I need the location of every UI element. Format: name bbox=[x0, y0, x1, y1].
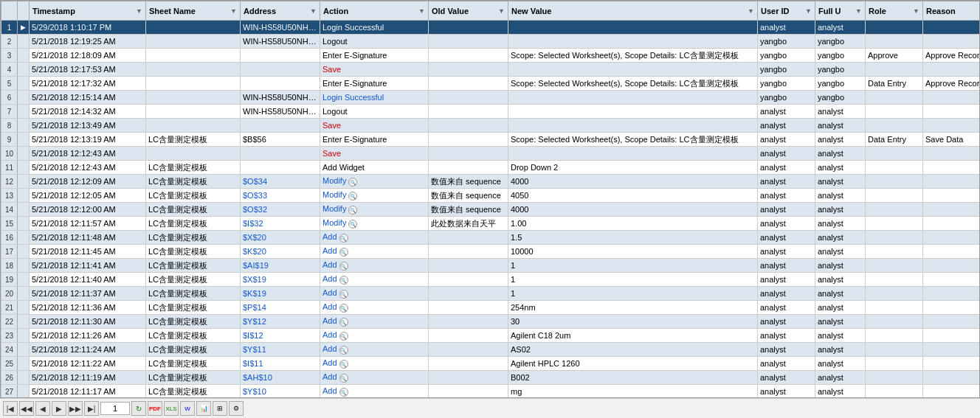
magnifier-icon[interactable]: 🔍 bbox=[339, 346, 348, 355]
col-action[interactable]: Action ▼ bbox=[320, 1, 429, 21]
magnifier-icon[interactable]: 🔍 bbox=[348, 206, 357, 215]
user-id-filter-icon[interactable]: ▼ bbox=[805, 7, 812, 15]
magnifier-icon[interactable]: 🔍 bbox=[339, 388, 348, 397]
chart-button[interactable]: 📊 bbox=[196, 401, 211, 416]
refresh-button[interactable]: ↻ bbox=[131, 401, 146, 416]
table-row[interactable]: 265/21/2018 12:11:19 AMLC含量测定模板$AH$10Add… bbox=[1, 371, 981, 385]
first-page-button[interactable]: |◀ bbox=[3, 401, 18, 416]
magnifier-icon[interactable]: 🔍 bbox=[339, 374, 348, 383]
magnifier-icon[interactable]: 🔍 bbox=[339, 234, 348, 243]
row-arrow bbox=[18, 133, 30, 147]
table-row[interactable]: 165/21/2018 12:11:48 AMLC含量测定模板$X$20Add🔍… bbox=[1, 231, 981, 245]
word-export-button[interactable]: W bbox=[180, 401, 195, 416]
magnifier-icon[interactable]: 🔍 bbox=[339, 290, 348, 299]
next-step-button[interactable]: ▶▶ bbox=[68, 401, 83, 416]
magnifier-icon[interactable]: 🔍 bbox=[348, 192, 357, 201]
table-row[interactable]: 175/21/2018 12:11:45 AMLC含量测定模板$K$20Add🔍… bbox=[1, 245, 981, 259]
address-filter-icon[interactable]: ▼ bbox=[310, 7, 317, 15]
cell-user-id: analyst bbox=[758, 371, 815, 385]
cell-full-u: analyst bbox=[815, 217, 866, 231]
next-button[interactable]: ▶ bbox=[52, 401, 66, 416]
table-row[interactable]: 35/21/2018 12:18:09 AMEnter E-SignatureS… bbox=[1, 49, 981, 63]
row-arrow bbox=[18, 147, 30, 161]
table-row[interactable]: 215/21/2018 12:11:36 AMLC含量测定模板$P$14Add🔍… bbox=[1, 301, 981, 315]
full-u-filter-icon[interactable]: ▼ bbox=[855, 7, 862, 15]
col-role[interactable]: Role ▼ bbox=[866, 1, 923, 21]
header-row: Timestamp ▼ Sheet Name ▼ Address ▼ bbox=[1, 1, 981, 21]
prev-button[interactable]: ◀ bbox=[35, 401, 50, 416]
table-row[interactable]: 145/21/2018 12:12:00 AMLC含量测定模板$O$32Modi… bbox=[1, 203, 981, 217]
table-row[interactable]: 135/21/2018 12:12:05 AMLC含量测定模板$O$33Modi… bbox=[1, 189, 981, 203]
table-row[interactable]: 255/21/2018 12:11:22 AMLC含量测定模板$I$11Add🔍… bbox=[1, 357, 981, 371]
new-value-filter-icon[interactable]: ▼ bbox=[748, 7, 754, 15]
table-row[interactable]: 225/21/2018 12:11:30 AMLC含量测定模板$Y$12Add🔍… bbox=[1, 315, 981, 329]
table-row[interactable]: 65/21/2018 12:15:14 AMWIN-HS58U50NHMTLog… bbox=[1, 91, 981, 105]
prev-step-button[interactable]: ◀◀ bbox=[19, 401, 34, 416]
cell-timestamp: 5/21/2018 12:11:19 AM bbox=[30, 371, 146, 385]
magnifier-icon[interactable]: 🔍 bbox=[339, 248, 348, 257]
col-full-u[interactable]: Full U ▼ bbox=[815, 1, 866, 21]
table-row[interactable]: 115/21/2018 12:12:43 AMLC含量测定模板Add Widge… bbox=[1, 161, 981, 175]
row-arrow bbox=[18, 49, 30, 63]
magnifier-icon[interactable]: 🔍 bbox=[339, 262, 348, 271]
row-number: 23 bbox=[1, 329, 18, 343]
row-number: 16 bbox=[1, 231, 18, 245]
table-row[interactable]: 245/21/2018 12:11:24 AMLC含量测定模板$Y$11Add🔍… bbox=[1, 343, 981, 357]
cell-old-value: 此处数据来自天平 bbox=[429, 217, 508, 231]
row-number: 21 bbox=[1, 301, 18, 315]
table-row[interactable]: 185/21/2018 12:11:41 AMLC含量测定模板$AI$19Add… bbox=[1, 259, 981, 273]
table-row[interactable]: 1▶5/29/2018 1:10:17 PMWIN-HS58U50NHMTLog… bbox=[1, 21, 981, 35]
col-new-value[interactable]: New Value ▼ bbox=[508, 1, 758, 21]
magnifier-icon[interactable]: 🔍 bbox=[339, 276, 348, 285]
excel-export-button[interactable]: XLS bbox=[164, 401, 179, 416]
col-reason[interactable]: Reason ▼ bbox=[923, 1, 981, 21]
col-timestamp[interactable]: Timestamp ▼ bbox=[30, 1, 146, 21]
table-scroll[interactable]: Timestamp ▼ Sheet Name ▼ Address ▼ bbox=[0, 0, 980, 398]
magnifier-icon[interactable]: 🔍 bbox=[339, 304, 348, 313]
timestamp-filter-icon[interactable]: ▼ bbox=[136, 7, 142, 15]
cell-timestamp: 5/21/2018 12:17:32 AM bbox=[30, 77, 146, 91]
cell-new-value: 1 bbox=[508, 287, 758, 301]
magnifier-icon[interactable]: 🔍 bbox=[348, 220, 357, 229]
col-old-value[interactable]: Old Value ▼ bbox=[429, 1, 508, 21]
cell-action: Logout bbox=[320, 105, 429, 119]
cell-address: WIN-HS58U50NHMT bbox=[241, 105, 320, 119]
cell-timestamp: 5/21/2018 12:13:49 AM bbox=[30, 119, 146, 133]
table-row[interactable]: 195/21/2018 12:11:40 AMLC含量测定模板$X$19Add🔍… bbox=[1, 273, 981, 287]
table-row[interactable]: 85/21/2018 12:13:49 AMSaveanalystanalyst bbox=[1, 119, 981, 133]
table-row[interactable]: 125/21/2018 12:12:09 AMLC含量测定模板$O$34Modi… bbox=[1, 175, 981, 189]
table-row[interactable]: 45/21/2018 12:17:53 AMSaveyangboyangbo bbox=[1, 63, 981, 77]
col-user-id[interactable]: User ID ▼ bbox=[758, 1, 815, 21]
row-number: 24 bbox=[1, 343, 18, 357]
magnifier-icon[interactable]: 🔍 bbox=[339, 318, 348, 327]
cell-role bbox=[866, 175, 923, 189]
col-sheet-name[interactable]: Sheet Name ▼ bbox=[146, 1, 241, 21]
cell-timestamp: 5/21/2018 12:11:36 AM bbox=[30, 301, 146, 315]
magnifier-icon[interactable]: 🔍 bbox=[339, 360, 348, 369]
sheet-name-filter-icon[interactable]: ▼ bbox=[230, 7, 237, 15]
table-row[interactable]: 55/21/2018 12:17:32 AMEnter E-SignatureS… bbox=[1, 77, 981, 91]
settings-button[interactable]: ⚙ bbox=[229, 401, 244, 416]
table-row[interactable]: 105/21/2018 12:12:43 AMSaveanalystanalys… bbox=[1, 147, 981, 161]
table-row[interactable]: 205/21/2018 12:11:37 AMLC含量测定模板$K$19Add🔍… bbox=[1, 287, 981, 301]
table-row[interactable]: 155/21/2018 12:11:57 AMLC含量测定模板$I$32Modi… bbox=[1, 217, 981, 231]
last-page-button[interactable]: ▶| bbox=[84, 401, 99, 416]
action-filter-icon[interactable]: ▼ bbox=[418, 7, 425, 15]
row-number: 13 bbox=[1, 189, 18, 203]
pdf-export-button[interactable]: PDF bbox=[148, 401, 162, 416]
col-address[interactable]: Address ▼ bbox=[241, 1, 320, 21]
table-row[interactable]: 95/21/2018 12:13:19 AMLC含量测定模板$B$56Enter… bbox=[1, 133, 981, 147]
magnifier-icon[interactable]: 🔍 bbox=[339, 332, 348, 341]
magnifier-icon[interactable]: 🔍 bbox=[348, 178, 357, 187]
row-number: 2 bbox=[1, 35, 18, 49]
table-row[interactable]: 235/21/2018 12:11:26 AMLC含量测定模板$I$12Add🔍… bbox=[1, 329, 981, 343]
page-number-input[interactable] bbox=[100, 402, 130, 415]
table-row[interactable]: 75/21/2018 12:14:32 AMWIN-HS58U50NHMTLog… bbox=[1, 105, 981, 119]
table-button[interactable]: ⊞ bbox=[213, 401, 227, 416]
cell-full-u: analyst bbox=[815, 147, 866, 161]
table-row[interactable]: 275/21/2018 12:11:17 AMLC含量测定模板$Y$10Add🔍… bbox=[1, 385, 981, 399]
role-filter-icon[interactable]: ▼ bbox=[913, 7, 919, 15]
old-value-filter-icon[interactable]: ▼ bbox=[498, 7, 505, 15]
cell-role bbox=[866, 105, 923, 119]
table-row[interactable]: 25/21/2018 12:19:25 AMWIN-HS58U50NHMTLog… bbox=[1, 35, 981, 49]
